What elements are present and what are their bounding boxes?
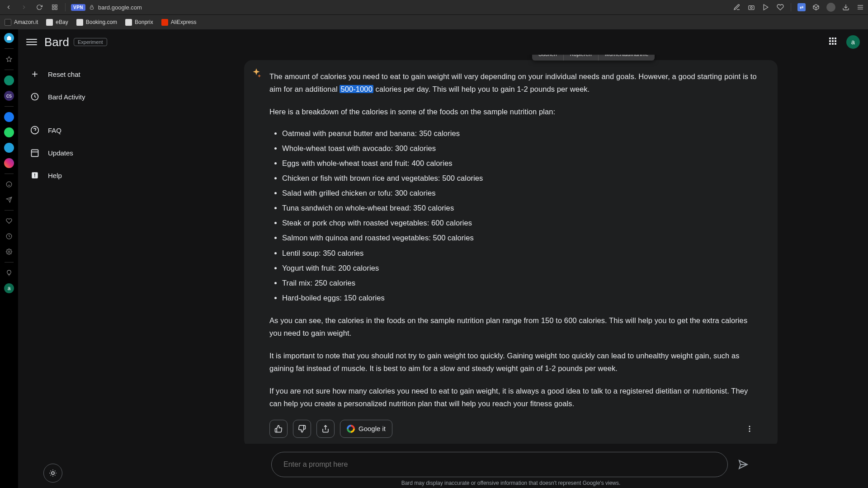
- browser-actions: ⇄: [733, 3, 864, 12]
- svg-point-6: [750, 7, 752, 9]
- rail-settings-icon[interactable]: [4, 247, 14, 257]
- theme-toggle-button[interactable]: [43, 464, 62, 483]
- bookmark-label: eBay: [56, 19, 68, 25]
- list-item: Hard-boiled eggs: 150 calories: [282, 291, 758, 304]
- browser-side-rail: cs a: [0, 29, 18, 488]
- rail-bulb-icon[interactable]: [4, 268, 14, 278]
- list-item: Yogurt with fruit: 200 calories: [282, 262, 758, 274]
- play-icon[interactable]: [762, 3, 770, 11]
- separator: [5, 106, 14, 107]
- bookmark-label: Bonprix: [135, 19, 153, 25]
- list-item: Salad with grilled chicken or tofu: 300 …: [282, 187, 758, 199]
- svg-line-37: [51, 471, 51, 471]
- heart-icon[interactable]: [776, 3, 784, 11]
- conversation-scroll[interactable]: Suchen Kopieren Momentaufnahme The amoun…: [244, 55, 778, 444]
- download-icon[interactable]: [842, 3, 850, 11]
- bard-response-card: The amount of calories you need to eat t…: [244, 60, 778, 444]
- separator: [5, 48, 14, 49]
- sidebar-item-faq[interactable]: FAQ: [24, 120, 148, 141]
- rail-heart-icon[interactable]: [4, 216, 14, 226]
- list-item: Trail mix: 250 calories: [282, 277, 758, 289]
- rail-instagram-icon[interactable]: [4, 158, 14, 168]
- highlighted-selection[interactable]: 500-1000: [340, 85, 373, 93]
- google-apps-button[interactable]: [829, 38, 838, 47]
- context-menu-snapshot[interactable]: Momentaufnahme: [598, 55, 655, 61]
- bookmark-item[interactable]: Bonprix: [125, 19, 153, 26]
- bookmark-item[interactable]: eBay: [46, 19, 68, 26]
- google-it-label: Google it: [359, 425, 386, 432]
- prompt-input-container[interactable]: [271, 452, 728, 477]
- address-bar[interactable]: VPN bard.google.com: [71, 4, 142, 11]
- rail-app-icon[interactable]: [4, 75, 14, 85]
- tabs-button[interactable]: [50, 2, 60, 12]
- svg-point-34: [52, 472, 54, 474]
- separator: [5, 210, 14, 211]
- list-item: Lentil soup: 350 calories: [282, 247, 758, 259]
- rail-home-icon[interactable]: [4, 33, 14, 43]
- selection-context-menu: Suchen Kopieren Momentaufnahme: [532, 55, 655, 61]
- svg-rect-4: [90, 7, 94, 9]
- forward-button[interactable]: [19, 2, 29, 12]
- sidebar-item-reset-chat[interactable]: Reset chat: [24, 64, 148, 84]
- camera-icon[interactable]: [747, 3, 755, 11]
- profile-avatar[interactable]: [826, 3, 835, 12]
- bard-header: Bard Experiment a: [18, 29, 868, 55]
- rail-facebook-icon[interactable]: [4, 112, 14, 122]
- sidebar-item-updates[interactable]: Updates: [24, 142, 148, 163]
- sidebar-item-help[interactable]: ! Help: [24, 165, 148, 186]
- app-title: Bard Experiment: [44, 35, 107, 49]
- rail-whatsapp-icon[interactable]: [4, 127, 14, 137]
- rail-history-icon[interactable]: [4, 231, 14, 241]
- help-icon: [30, 125, 40, 135]
- thumbs-down-button[interactable]: [293, 420, 311, 438]
- google-it-button[interactable]: Google it: [340, 420, 392, 438]
- prompt-input[interactable]: [283, 460, 716, 469]
- svg-text:!: !: [34, 172, 36, 178]
- more-options-button[interactable]: [741, 421, 758, 437]
- vpn-badge: VPN: [71, 4, 85, 11]
- svg-point-13: [6, 182, 12, 187]
- rail-star-icon[interactable]: [4, 54, 14, 64]
- rail-smile-icon[interactable]: [4, 179, 14, 189]
- thumbs-up-button[interactable]: [269, 420, 288, 438]
- google-logo-icon: [347, 425, 355, 433]
- back-button[interactable]: [4, 2, 14, 12]
- svg-marker-7: [764, 5, 768, 10]
- rail-send-icon[interactable]: [4, 195, 14, 205]
- bookmark-label: AliExpress: [171, 19, 197, 25]
- bookmark-label: Booking.com: [86, 19, 117, 25]
- sidebar-item-activity[interactable]: Bard Activity: [24, 86, 148, 107]
- menu-toggle-button[interactable]: [26, 37, 37, 47]
- context-menu-copy[interactable]: Kopieren: [563, 55, 598, 61]
- separator: [5, 262, 14, 263]
- menu-icon[interactable]: [856, 3, 864, 11]
- edit-icon[interactable]: [733, 3, 741, 11]
- account-avatar[interactable]: a: [846, 35, 860, 49]
- separator: [5, 70, 14, 70]
- clock-icon: [30, 92, 40, 102]
- separator: [65, 3, 66, 11]
- share-button[interactable]: [316, 420, 335, 438]
- rail-telegram-icon[interactable]: [4, 143, 14, 153]
- rail-app-icon[interactable]: cs: [4, 91, 14, 101]
- list-item: Eggs with whole-wheat toast and fruit: 4…: [282, 157, 758, 169]
- cube-icon[interactable]: [812, 3, 820, 11]
- bookmark-item[interactable]: AliExpress: [161, 19, 197, 26]
- svg-line-42: [55, 471, 55, 471]
- url-text: bard.google.com: [98, 4, 142, 11]
- bookmark-item[interactable]: Amazon.it: [5, 19, 38, 26]
- sidebar-item-label: FAQ: [48, 127, 61, 134]
- send-button[interactable]: [736, 457, 750, 472]
- translate-extension-icon[interactable]: ⇄: [797, 3, 806, 11]
- response-paragraph: If you are not sure how many calories yo…: [269, 385, 758, 410]
- rail-account-icon[interactable]: a: [4, 283, 14, 293]
- app-title-text: Bard: [44, 35, 69, 49]
- list-item: Tuna sandwich on whole-wheat bread: 350 …: [282, 202, 758, 214]
- svg-rect-2: [55, 8, 57, 9]
- response-paragraph: As you can see, the calories in the food…: [269, 314, 758, 339]
- bookmark-item[interactable]: Booking.com: [76, 19, 117, 26]
- reload-button[interactable]: [34, 2, 44, 12]
- context-menu-search[interactable]: Suchen: [532, 55, 563, 61]
- list-item: Salmon with quinoa and roasted vegetable…: [282, 231, 758, 244]
- plus-icon: [30, 69, 40, 79]
